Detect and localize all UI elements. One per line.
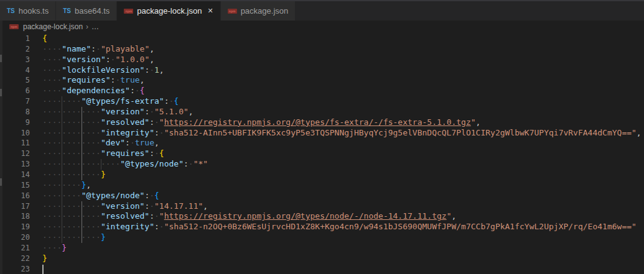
line-text: ················"@types/node":·"*" xyxy=(42,159,208,170)
code-line-11[interactable]: 11············"dev":·true, xyxy=(0,138,644,148)
indent-guide xyxy=(62,138,62,148)
indent-guide xyxy=(62,96,62,107)
indent-guide xyxy=(62,211,62,222)
code-line-21[interactable]: 21····} xyxy=(0,243,644,253)
line-text: ············"version":·"5.1.0", xyxy=(42,107,194,117)
line-text: ····"version":·"1.0.0", xyxy=(42,55,154,65)
line-number: 16 xyxy=(0,191,30,201)
code-line-5[interactable]: 5····"requires":·true, xyxy=(0,75,644,86)
code-line-22[interactable]: 22} xyxy=(0,253,644,264)
line-text: ········"@types/node":·{ xyxy=(42,191,159,201)
line-text: { xyxy=(42,34,47,44)
line-text: } xyxy=(42,253,47,264)
line-number: 23 xyxy=(0,264,30,274)
indent-guide xyxy=(62,159,62,170)
tab-hooks.ts[interactable]: TShooks.ts xyxy=(0,1,56,21)
line-text: ····"dependencies":·{ xyxy=(42,86,144,96)
indent-guide xyxy=(82,232,82,243)
code-line-8[interactable]: 8············"version":·"5.1.0", xyxy=(0,107,644,117)
close-icon[interactable]: ✕ xyxy=(207,7,213,15)
npm-icon: npm xyxy=(9,24,19,29)
line-number: 22 xyxy=(0,253,30,264)
line-number: 5 xyxy=(0,75,30,86)
typescript-icon: TS xyxy=(7,7,15,14)
line-number: 14 xyxy=(0,170,30,180)
line-number: 9 xyxy=(0,117,30,128)
scroll-mark xyxy=(0,178,2,186)
line-text: ············"integrity":·"sha512-n2OQ+0B… xyxy=(42,222,637,232)
left-scroll-decoration xyxy=(0,21,2,274)
line-number: 10 xyxy=(0,128,30,139)
indent-guide xyxy=(82,211,82,222)
code-line-20[interactable]: 20············} xyxy=(0,232,644,243)
indent-guide xyxy=(62,180,62,191)
indent-guide xyxy=(82,201,82,212)
code-line-10[interactable]: 10············"integrity":·"sha512-AInn5… xyxy=(0,128,644,139)
indent-guide xyxy=(62,191,62,201)
line-number: 15 xyxy=(0,180,30,191)
code-editor[interactable]: 1{2····"name":·"playable",3····"version"… xyxy=(0,33,644,274)
code-line-15[interactable]: 15········}, xyxy=(0,180,644,191)
line-number: 8 xyxy=(0,107,30,117)
tab-label: package-lock.json xyxy=(137,6,202,16)
indent-guide xyxy=(62,232,62,243)
code-line-1[interactable]: 1{ xyxy=(0,34,644,44)
code-line-19[interactable]: 19············"integrity":·"sha512-n2OQ+… xyxy=(0,222,644,232)
line-text: ············"integrity":·"sha512-AInn5+U… xyxy=(42,128,642,139)
line-text: ········}, xyxy=(42,180,91,191)
tab-package-lock.json[interactable]: npmpackage-lock.json✕ xyxy=(117,1,220,21)
line-number: 13 xyxy=(0,159,30,170)
line-text: ············"requires":·{ xyxy=(42,148,164,159)
line-number: 17 xyxy=(0,201,30,212)
code-line-2[interactable]: 2····"name":·"playable", xyxy=(0,44,644,55)
breadcrumb-symbol[interactable]: … xyxy=(91,22,99,31)
code-line-6[interactable]: 6····"dependencies":·{ xyxy=(0,86,644,96)
line-number: 3 xyxy=(0,55,30,65)
line-text: ············} xyxy=(42,170,106,180)
line-number: 4 xyxy=(0,65,30,76)
code-line-3[interactable]: 3····"version":·"1.0.0", xyxy=(0,55,644,65)
line-text: ············} xyxy=(42,232,106,243)
line-number: 21 xyxy=(0,243,30,253)
line-text: ····"requires":·true, xyxy=(42,75,144,86)
code-line-18[interactable]: 18············"resolved":·"https://regis… xyxy=(0,211,644,222)
line-number: 18 xyxy=(0,211,30,222)
tab-label: hooks.ts xyxy=(19,6,49,16)
line-text: ····} xyxy=(42,243,67,253)
indent-guide xyxy=(62,107,62,117)
line-text: ····"lockfileVersion":·1, xyxy=(42,65,164,76)
code-line-16[interactable]: 16········"@types/node":·{ xyxy=(0,191,644,201)
code-line-12[interactable]: 12············"requires":·{ xyxy=(0,148,644,159)
scroll-mark xyxy=(0,55,2,62)
indent-guide xyxy=(62,201,62,212)
code-line-14[interactable]: 14············} xyxy=(0,170,644,180)
line-text: ············"resolved":·"https://registr… xyxy=(42,211,456,222)
line-text: ········"@types/fs-extra":·{ xyxy=(42,96,179,107)
line-text: ············"version":·"14.17.11", xyxy=(42,201,208,212)
indent-guide xyxy=(82,170,82,180)
indent-guide xyxy=(62,117,62,128)
tab-label: base64.ts xyxy=(75,6,110,16)
npm-icon: npm xyxy=(124,9,133,14)
line-text: ············"dev":·true, xyxy=(42,138,159,148)
tab-base64.ts[interactable]: TSbase64.ts xyxy=(56,1,117,21)
line-number: 12 xyxy=(0,148,30,159)
line-number: 2 xyxy=(0,44,30,55)
code-line-13[interactable]: 13················"@types/node":·"*" xyxy=(0,159,644,170)
breadcrumb-file[interactable]: package-lock.json xyxy=(23,22,83,31)
typescript-icon: TS xyxy=(63,7,71,14)
code-line-23[interactable]: 23 xyxy=(0,264,644,274)
indent-guide xyxy=(82,117,82,128)
code-line-4[interactable]: 4····"lockfileVersion":·1, xyxy=(0,65,644,76)
chevron-right-icon: › xyxy=(86,22,88,31)
line-number: 11 xyxy=(0,138,30,148)
line-number: 6 xyxy=(0,86,30,96)
tab-package.json[interactable]: npmpackage.json xyxy=(221,1,296,21)
tab-label: package.json xyxy=(241,6,289,16)
code-line-7[interactable]: 7········"@types/fs-extra":·{ xyxy=(0,96,644,107)
indent-guide xyxy=(62,222,62,232)
code-line-9[interactable]: 9············"resolved":·"https://regist… xyxy=(0,117,644,128)
indent-guide xyxy=(82,222,82,232)
vscode-window: TShooks.tsTSbase64.tsnpmpackage-lock.jso… xyxy=(0,0,644,274)
code-line-17[interactable]: 17············"version":·"14.17.11", xyxy=(0,201,644,212)
